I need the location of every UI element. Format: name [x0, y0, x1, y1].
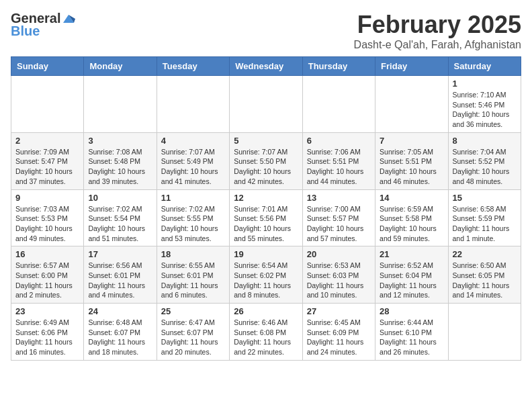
calendar-cell	[448, 304, 521, 361]
calendar-cell: 24Sunrise: 6:48 AM Sunset: 6:07 PM Dayli…	[84, 304, 157, 361]
day-info: Sunrise: 6:44 AM Sunset: 6:10 PM Dayligh…	[380, 318, 443, 357]
day-number: 16	[15, 249, 79, 259]
calendar-cell: 9Sunrise: 7:03 AM Sunset: 5:53 PM Daylig…	[11, 189, 84, 246]
calendar-cell: 23Sunrise: 6:49 AM Sunset: 6:06 PM Dayli…	[11, 304, 84, 361]
day-number: 2	[15, 136, 79, 146]
calendar-cell: 3Sunrise: 7:08 AM Sunset: 5:48 PM Daylig…	[84, 132, 157, 189]
logo-icon	[62, 12, 75, 26]
day-number: 13	[307, 193, 371, 203]
day-info: Sunrise: 7:03 AM Sunset: 5:53 PM Dayligh…	[15, 204, 79, 244]
day-number: 25	[161, 306, 225, 316]
calendar-cell	[230, 76, 302, 133]
logo: General Blue	[11, 11, 75, 39]
calendar-header-row: SundayMondayTuesdayWednesdayThursdayFrid…	[11, 57, 521, 76]
calendar-header-friday: Friday	[375, 57, 448, 76]
calendar-cell	[375, 76, 448, 133]
calendar-week-row: 23Sunrise: 6:49 AM Sunset: 6:06 PM Dayli…	[11, 304, 521, 361]
calendar-week-row: 1Sunrise: 7:10 AM Sunset: 5:46 PM Daylig…	[11, 76, 521, 133]
calendar-header-monday: Monday	[84, 57, 157, 76]
day-number: 27	[307, 306, 371, 316]
calendar-cell: 22Sunrise: 6:50 AM Sunset: 6:05 PM Dayli…	[448, 246, 521, 304]
day-number: 1	[453, 79, 517, 89]
calendar-cell: 19Sunrise: 6:54 AM Sunset: 6:02 PM Dayli…	[230, 246, 302, 304]
calendar-cell: 8Sunrise: 7:04 AM Sunset: 5:52 PM Daylig…	[448, 132, 521, 189]
calendar-table: SundayMondayTuesdayWednesdayThursdayFrid…	[11, 56, 521, 361]
calendar-cell	[84, 76, 157, 133]
calendar-cell: 20Sunrise: 6:53 AM Sunset: 6:03 PM Dayli…	[302, 246, 375, 304]
day-info: Sunrise: 7:04 AM Sunset: 5:52 PM Dayligh…	[453, 147, 517, 187]
day-info: Sunrise: 7:01 AM Sunset: 5:56 PM Dayligh…	[234, 204, 298, 244]
day-info: Sunrise: 6:47 AM Sunset: 6:07 PM Dayligh…	[161, 318, 225, 357]
title-area: February 2025 Dasht-e Qal'ah, Farah, Afg…	[354, 11, 521, 51]
logo-blue-text: Blue	[11, 24, 40, 39]
day-info: Sunrise: 6:56 AM Sunset: 6:01 PM Dayligh…	[88, 261, 152, 300]
day-info: Sunrise: 6:54 AM Sunset: 6:02 PM Dayligh…	[234, 261, 298, 300]
day-number: 24	[88, 306, 152, 316]
calendar-cell: 1Sunrise: 7:10 AM Sunset: 5:46 PM Daylig…	[448, 76, 521, 133]
day-info: Sunrise: 6:52 AM Sunset: 6:04 PM Dayligh…	[380, 261, 443, 300]
day-info: Sunrise: 6:58 AM Sunset: 5:59 PM Dayligh…	[453, 204, 517, 244]
calendar-cell: 25Sunrise: 6:47 AM Sunset: 6:07 PM Dayli…	[157, 304, 229, 361]
day-number: 10	[88, 193, 152, 203]
calendar-cell: 2Sunrise: 7:09 AM Sunset: 5:47 PM Daylig…	[11, 132, 84, 189]
calendar-cell: 28Sunrise: 6:44 AM Sunset: 6:10 PM Dayli…	[375, 304, 448, 361]
calendar-cell: 21Sunrise: 6:52 AM Sunset: 6:04 PM Dayli…	[375, 246, 448, 304]
day-info: Sunrise: 6:45 AM Sunset: 6:09 PM Dayligh…	[307, 318, 371, 357]
day-info: Sunrise: 6:49 AM Sunset: 6:06 PM Dayligh…	[15, 318, 79, 357]
day-number: 5	[234, 136, 298, 146]
calendar-week-row: 16Sunrise: 6:57 AM Sunset: 6:00 PM Dayli…	[11, 246, 521, 304]
calendar-cell: 7Sunrise: 7:05 AM Sunset: 5:51 PM Daylig…	[375, 132, 448, 189]
day-number: 6	[307, 136, 371, 146]
day-info: Sunrise: 7:06 AM Sunset: 5:51 PM Dayligh…	[307, 147, 371, 187]
day-number: 9	[15, 193, 79, 203]
day-info: Sunrise: 6:48 AM Sunset: 6:07 PM Dayligh…	[88, 318, 152, 357]
day-info: Sunrise: 7:05 AM Sunset: 5:51 PM Dayligh…	[380, 147, 443, 187]
day-info: Sunrise: 6:50 AM Sunset: 6:05 PM Dayligh…	[453, 261, 517, 300]
calendar-cell: 6Sunrise: 7:06 AM Sunset: 5:51 PM Daylig…	[302, 132, 375, 189]
calendar-cell: 17Sunrise: 6:56 AM Sunset: 6:01 PM Dayli…	[84, 246, 157, 304]
calendar-cell: 12Sunrise: 7:01 AM Sunset: 5:56 PM Dayli…	[230, 189, 302, 246]
calendar-cell: 10Sunrise: 7:02 AM Sunset: 5:54 PM Dayli…	[84, 189, 157, 246]
calendar-cell: 4Sunrise: 7:07 AM Sunset: 5:49 PM Daylig…	[157, 132, 229, 189]
day-info: Sunrise: 6:53 AM Sunset: 6:03 PM Dayligh…	[307, 261, 371, 300]
day-info: Sunrise: 6:59 AM Sunset: 5:58 PM Dayligh…	[380, 204, 443, 244]
day-number: 8	[453, 136, 517, 146]
day-info: Sunrise: 7:10 AM Sunset: 5:46 PM Dayligh…	[453, 90, 517, 130]
day-number: 12	[234, 193, 298, 203]
calendar-header-saturday: Saturday	[448, 57, 521, 76]
day-number: 18	[161, 249, 225, 259]
calendar-cell: 18Sunrise: 6:55 AM Sunset: 6:01 PM Dayli…	[157, 246, 229, 304]
day-number: 20	[307, 249, 371, 259]
calendar-header-thursday: Thursday	[302, 57, 375, 76]
calendar-week-row: 9Sunrise: 7:03 AM Sunset: 5:53 PM Daylig…	[11, 189, 521, 246]
day-info: Sunrise: 7:07 AM Sunset: 5:49 PM Dayligh…	[161, 147, 225, 187]
month-title: February 2025	[354, 11, 521, 39]
calendar-cell: 27Sunrise: 6:45 AM Sunset: 6:09 PM Dayli…	[302, 304, 375, 361]
day-info: Sunrise: 7:02 AM Sunset: 5:54 PM Dayligh…	[88, 204, 152, 244]
calendar-header-tuesday: Tuesday	[157, 57, 229, 76]
day-number: 11	[161, 193, 225, 203]
calendar-cell: 13Sunrise: 7:00 AM Sunset: 5:57 PM Dayli…	[302, 189, 375, 246]
calendar-week-row: 2Sunrise: 7:09 AM Sunset: 5:47 PM Daylig…	[11, 132, 521, 189]
calendar-cell: 26Sunrise: 6:46 AM Sunset: 6:08 PM Dayli…	[230, 304, 302, 361]
calendar-header-sunday: Sunday	[11, 57, 84, 76]
day-number: 23	[15, 306, 79, 316]
calendar-cell: 16Sunrise: 6:57 AM Sunset: 6:00 PM Dayli…	[11, 246, 84, 304]
day-number: 26	[234, 306, 298, 316]
day-info: Sunrise: 6:57 AM Sunset: 6:00 PM Dayligh…	[15, 261, 79, 300]
calendar-header-wednesday: Wednesday	[230, 57, 302, 76]
day-number: 28	[380, 306, 443, 316]
day-number: 3	[88, 136, 152, 146]
day-info: Sunrise: 7:00 AM Sunset: 5:57 PM Dayligh…	[307, 204, 371, 244]
calendar-cell	[157, 76, 229, 133]
day-info: Sunrise: 7:07 AM Sunset: 5:50 PM Dayligh…	[234, 147, 298, 187]
calendar-cell: 11Sunrise: 7:02 AM Sunset: 5:55 PM Dayli…	[157, 189, 229, 246]
day-number: 19	[234, 249, 298, 259]
day-info: Sunrise: 6:55 AM Sunset: 6:01 PM Dayligh…	[161, 261, 225, 300]
day-number: 14	[380, 193, 443, 203]
location-text: Dasht-e Qal'ah, Farah, Afghanistan	[354, 39, 521, 51]
day-number: 7	[380, 136, 443, 146]
day-info: Sunrise: 7:08 AM Sunset: 5:48 PM Dayligh…	[88, 147, 152, 187]
page-header: General Blue February 2025 Dasht-e Qal'a…	[11, 11, 521, 51]
calendar-cell	[302, 76, 375, 133]
